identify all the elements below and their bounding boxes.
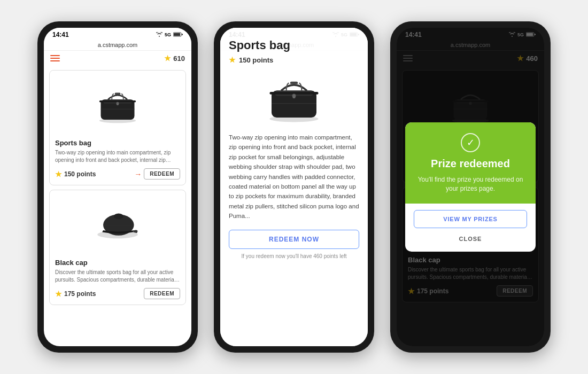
prize-redeemed-modal: ✓ Prize redeemed You'll find the prize y… [405,122,536,252]
battery-icon-1 [173,32,183,38]
prize-modal-title: Prize redeemed [431,158,510,170]
product-image-bag-1 [55,76,180,135]
product-card-cap-1: Black cap Discover the ultimate sports b… [49,190,186,305]
svg-rect-22 [290,82,298,84]
hamburger-menu-1[interactable] [50,55,60,61]
modal-redeem-note: If you redeem now you'll have 460 points… [229,253,359,259]
svg-point-13 [114,213,123,219]
bag-redeem-area-1: → REDEEM [134,168,180,180]
hamburger-line [50,55,60,56]
svg-rect-2 [182,34,183,35]
bag-name-1: Sports bag [55,139,180,147]
cap-points-1: ★ 175 points [55,290,96,298]
time-1: 14:41 [52,31,69,38]
modal-bag-illustration [262,72,326,125]
bag-redeem-btn-1[interactable]: REDEEM [144,168,180,180]
cap-points-value-1: 175 points [64,290,96,298]
status-bar-1: 14:41 5G [44,28,191,41]
cap-footer-1: ★ 175 points REDEEM [55,288,180,299]
prize-check-icon: ✓ [461,133,480,152]
cap-illustration-1 [94,206,142,244]
screen3: 14:41 5G a.cstmapp.com ★ 460 [397,28,544,346]
address-bar-1: a.cstmapp.com [44,41,191,51]
modal-star-icon: ★ [229,56,236,64]
redeem-now-button[interactable]: REDEEM NOW [229,230,359,249]
modal-product-points: ★ 150 points [229,56,359,64]
svg-rect-25 [293,95,296,98]
cap-desc-1: Discover the ultimate sports bag for all… [55,269,180,284]
view-my-prizes-button[interactable]: VIEW MY PRIZES [414,210,527,228]
product-card-bag-1: Sports bag Two-way zip opening into main… [49,70,186,185]
cap-name-1: Black cap [55,259,180,267]
screen1: 14:41 5G a.cstmapp.com ★ 610 [44,28,191,346]
phone3: 14:41 5G a.cstmapp.com ★ 460 [390,21,551,353]
product-list-1: Sports bag Two-way zip opening into main… [44,66,191,346]
cap-points-star-1: ★ [55,290,62,298]
prize-modal-subtitle: You'll find the prize you redeemed on yo… [414,175,527,193]
redeem-arrow-icon-1: → [134,170,142,178]
bag-desc-1: Two-way zip opening into main compartmen… [55,149,180,164]
bag-points-1: ★ 150 points [55,170,96,178]
svg-rect-10 [117,103,119,105]
prize-redeemed-overlay: ✓ Prize redeemed You'll find the prize y… [397,28,544,346]
bag-points-value-1: 150 points [64,170,96,178]
modal-product-title: Sports bag [229,38,359,52]
nav-bar-1: ★ 610 [44,51,191,66]
signal-5g-1: 5G [165,32,171,37]
product-image-cap-1 [55,196,180,254]
status-icons-1: 5G [156,32,183,38]
modal-product-image [229,72,359,125]
bag-illustration-1 [94,84,142,127]
modal-points-value: 150 points [239,56,273,64]
product-detail-modal: Sports bag ★ 150 points [220,28,368,346]
points-display-1: ★ 610 [164,54,185,63]
cap-redeem-btn-1[interactable]: REDEEM [144,288,180,299]
bag-footer-1: ★ 150 points → REDEEM [55,168,180,180]
points-star-icon-1: ★ [164,54,171,63]
svg-rect-1 [174,33,180,36]
phone2: 14:41 5G a.cstmapp.com Sports bag ★ 150 … [214,21,374,353]
prize-modal-header: ✓ Prize redeemed You'll find the prize y… [405,122,536,204]
screen2: 14:41 5G a.cstmapp.com Sports bag ★ 150 … [220,28,368,346]
points-value-1: 610 [173,54,185,63]
close-prize-modal-button[interactable]: CLOSE [414,232,527,245]
modal-product-desc: Two-way zip opening into main compartmen… [229,133,359,221]
hamburger-line [50,60,60,61]
prize-modal-body: VIEW MY PRIZES CLOSE [405,204,536,252]
hamburger-line [50,58,60,59]
bag-points-star-1: ★ [55,170,62,178]
svg-rect-7 [115,93,121,95]
phone1: 14:41 5G a.cstmapp.com ★ 610 [37,21,198,353]
wifi-icon-1 [156,32,163,38]
